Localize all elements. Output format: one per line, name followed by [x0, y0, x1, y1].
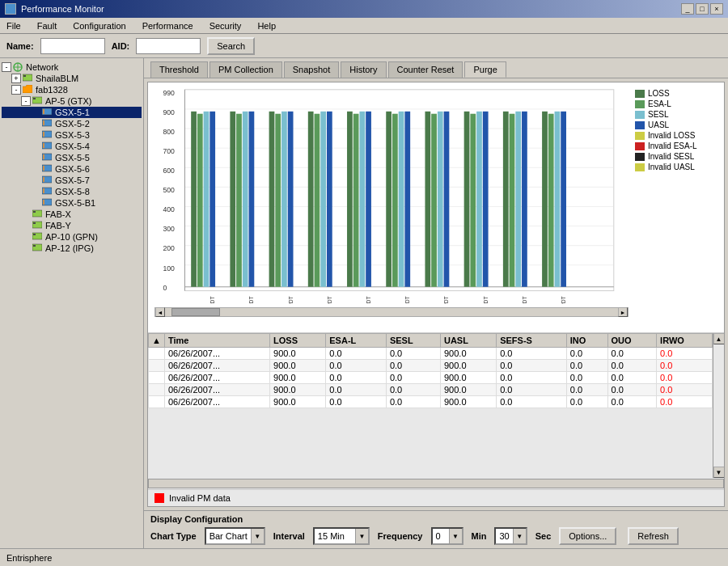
menu-item-security[interactable]: Security: [206, 21, 245, 31]
sidebar-item-gsx-5-2[interactable]: GSX-5-2: [2, 118, 142, 129]
table-header-sefs-s[interactable]: SEFS-S: [497, 334, 567, 348]
table-header-ouo[interactable]: OUO: [607, 334, 657, 348]
table-header-loss[interactable]: LOSS: [270, 334, 326, 348]
table-cell: 900.0: [440, 372, 496, 384]
table-cell: 0.0: [497, 396, 567, 408]
tab-counter-reset[interactable]: Counter Reset: [388, 61, 463, 78]
table-row[interactable]: 06/26/2007...900.00.00.0900.00.00.00.00.…: [149, 360, 713, 372]
maximize-button[interactable]: □: [696, 3, 709, 15]
sidebar-label: AP-10 (GPN): [45, 232, 98, 242]
frequency-arrow[interactable]: ▼: [449, 529, 462, 543]
chart-type-select[interactable]: Bar Chart ▼: [205, 527, 265, 545]
sidebar-item-gsx-5-5[interactable]: GSX-5-5: [2, 152, 142, 163]
scroll-track[interactable]: [713, 344, 725, 467]
frequency-select[interactable]: 0 ▼: [431, 527, 463, 545]
toolbar: Name: AID: Search: [0, 34, 728, 58]
menu-item-file[interactable]: File: [3, 21, 24, 31]
table-row[interactable]: 06/26/2007...900.00.00.0900.00.00.00.00.…: [149, 396, 713, 408]
aid-input[interactable]: [136, 38, 201, 54]
frequency-label: Frequency: [378, 531, 423, 541]
svg-rect-71: [327, 112, 332, 287]
svg-rect-68: [308, 112, 314, 287]
table-header-esa-l[interactable]: ESA-L: [326, 334, 387, 348]
table-header-irwo[interactable]: IRWO: [657, 334, 713, 348]
svg-rect-16: [43, 154, 44, 159]
interval-select[interactable]: 15 Min ▼: [313, 527, 370, 545]
table-cell: 06/26/2007...: [164, 348, 269, 360]
scroll-down-button[interactable]: ▼: [713, 467, 725, 478]
svg-text:700: 700: [163, 147, 175, 155]
tree-icon: [32, 243, 44, 253]
refresh-button[interactable]: Refresh: [628, 527, 679, 545]
minimize-button[interactable]: _: [681, 3, 694, 15]
menu-item-fault[interactable]: Fault: [34, 21, 60, 31]
min-select[interactable]: 30 ▼: [494, 527, 527, 545]
sidebar-item-ap-10--gpn-[interactable]: AP-10 (GPN): [2, 231, 142, 243]
table-header-sort[interactable]: ▲: [149, 334, 165, 348]
table-header-time[interactable]: Time: [164, 334, 269, 348]
sidebar-item-gsx-5-1[interactable]: GSX-5-1: [2, 107, 142, 118]
sidebar-item-ap-5--gtx-[interactable]: -AP-5 (GTX): [2, 95, 142, 107]
tab-purge[interactable]: Purge: [464, 61, 506, 78]
svg-rect-57: [197, 114, 203, 287]
chart-type-arrow[interactable]: ▼: [251, 529, 264, 543]
tree-icon: [32, 209, 44, 219]
sidebar-item-fab-x[interactable]: FAB-X: [2, 209, 142, 220]
app-title: Performance Monitor: [21, 4, 104, 14]
name-input[interactable]: [40, 38, 105, 54]
expand-icon[interactable]: +: [11, 74, 21, 83]
expand-icon[interactable]: -: [11, 85, 21, 95]
table-cell-irwo: 0.0: [657, 360, 713, 372]
data-table: ▲TimeLOSSESA-LSESLUASLSEFS-SINOOUOIRWO06…: [148, 333, 713, 408]
table-hscroll[interactable]: [148, 479, 724, 488]
sidebar-item-gsx-5-3[interactable]: GSX-5-3: [2, 129, 142, 141]
tab-history[interactable]: History: [341, 61, 386, 78]
tab-pm-collection[interactable]: PM Collection: [210, 61, 282, 78]
options-button[interactable]: Options...: [559, 527, 616, 545]
svg-rect-58: [204, 112, 210, 287]
sidebar-label: FAB-X: [45, 209, 71, 219]
table-row[interactable]: 06/26/2007...900.00.00.0900.00.00.00.00.…: [149, 384, 713, 396]
chart-scrollbar[interactable]: ◄ ►: [154, 307, 629, 317]
tab-threshold[interactable]: Threshold: [150, 61, 208, 78]
close-button[interactable]: ×: [710, 3, 723, 15]
expand-icon[interactable]: -: [2, 62, 11, 72]
sidebar-item-gsx-5-7[interactable]: GSX-5-7: [2, 175, 142, 186]
svg-rect-94: [555, 112, 561, 287]
table-cell: 0.0: [326, 348, 387, 360]
svg-text:500: 500: [163, 186, 175, 194]
sidebar-item-ap-12--ipg-[interactable]: AP-12 (IPG): [2, 243, 142, 254]
table-header-ino[interactable]: INO: [566, 334, 607, 348]
scroll-up-button[interactable]: ▲: [713, 333, 725, 344]
table-header-sesl[interactable]: SESL: [386, 334, 440, 348]
svg-rect-10: [43, 120, 44, 125]
sidebar-item-fab-y[interactable]: FAB-Y: [2, 220, 142, 231]
tab-snapshot[interactable]: Snapshot: [284, 61, 339, 78]
menu-bar: FileFaultConfigurationPerformanceSecurit…: [0, 18, 728, 34]
menu-item-configuration[interactable]: Configuration: [70, 21, 129, 31]
sidebar-item-gsx-5-8[interactable]: GSX-5-8: [2, 186, 142, 197]
sidebar-item-shailablm[interactable]: +ShailaBLM: [2, 73, 142, 84]
sidebar-item-gsx-5-b1[interactable]: GSX-5-B1: [2, 197, 142, 209]
legend-label: Invalid SESL: [648, 152, 694, 161]
expand-icon[interactable]: -: [21, 96, 31, 106]
table-header-uasl[interactable]: UASL: [440, 334, 496, 348]
menu-item-help[interactable]: Help: [254, 21, 279, 31]
table-cell: 0.0: [497, 348, 567, 360]
table-cell: 0.0: [607, 348, 657, 360]
menu-item-performance[interactable]: Performance: [139, 21, 197, 31]
tree-icon: [23, 74, 34, 83]
search-button[interactable]: Search: [207, 37, 255, 55]
min-arrow[interactable]: ▼: [513, 529, 526, 543]
app-icon: [5, 3, 16, 15]
sidebar-item-fab1328[interactable]: -fab1328: [2, 84, 142, 95]
table-cell: 0.0: [566, 384, 607, 396]
table-row[interactable]: 06/26/2007...900.00.00.0900.00.00.00.00.…: [149, 348, 713, 360]
interval-arrow[interactable]: ▼: [355, 529, 368, 543]
legend-item-uasl: UASL: [635, 120, 717, 129]
sidebar-item-network[interactable]: -Network: [2, 61, 142, 73]
sidebar-item-gsx-5-4[interactable]: GSX-5-4: [2, 141, 142, 152]
table-row[interactable]: 06/26/2007...900.00.00.0900.00.00.00.00.…: [149, 372, 713, 384]
sidebar-item-gsx-5-6[interactable]: GSX-5-6: [2, 163, 142, 175]
svg-rect-64: [269, 112, 275, 287]
